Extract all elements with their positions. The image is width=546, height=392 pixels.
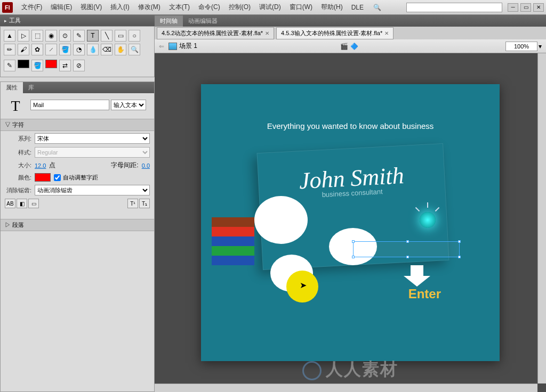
autokern-checkbox[interactable] [54, 174, 61, 181]
menu-modify[interactable]: 修改(M) [134, 1, 165, 13]
timeline-tab[interactable]: 时间轴 [155, 15, 183, 27]
minimize-button[interactable]: ─ [508, 3, 518, 12]
text-type-select[interactable]: 输入文本 [111, 100, 146, 110]
app-icon: Fl [2, 2, 13, 13]
menu-view[interactable]: 视图(V) [76, 1, 106, 13]
menu-file[interactable]: 文件(F) [17, 1, 46, 13]
oval-tool[interactable]: ○ [129, 30, 140, 42]
deco-tool[interactable]: ✿ [31, 44, 43, 55]
antialias-label: 消除锯齿: [5, 186, 31, 194]
document-tab-2[interactable]: 4.5.3输入文本的特殊属性设置-素材.fla* ✕ [276, 27, 394, 39]
instance-name-input[interactable] [30, 100, 109, 110]
size-unit: 点 [49, 161, 55, 170]
close-doc-1[interactable]: ✕ [265, 30, 269, 36]
zoom-dropdown-icon[interactable]: ▾ [539, 43, 542, 50]
edit-symbols-icon[interactable]: 🔷 [350, 43, 358, 50]
stroke-color[interactable] [18, 60, 29, 68]
font-style-select[interactable]: Regular [35, 147, 150, 158]
free-transform-tool[interactable]: ⬚ [31, 30, 43, 42]
tools-panel-header[interactable]: ▸工具 [0, 15, 155, 26]
paragraph-section[interactable]: ▷ 段落 [1, 219, 154, 231]
menu-command[interactable]: 命令(C) [194, 1, 224, 13]
style-label: 样式: [5, 149, 31, 157]
tools-panel: ▲ ▷ ⬚ ◉ ⊙ ✎ T ╲ ▭ ○ ✏ 🖌 ✿ ⟋ 🪣 ◔ 💧 ⌫ ✋ [0, 26, 155, 77]
menubar: Fl 文件(F) 编辑(E) 视图(V) 插入(I) 修改(M) 文本(T) 命… [0, 0, 546, 15]
search-input[interactable] [406, 3, 502, 12]
autokern-label: 自动调整字距 [63, 174, 98, 182]
lightbulb-graphic [414, 207, 441, 233]
swap-colors[interactable]: ⇄ [59, 60, 71, 71]
scene-icon [168, 43, 177, 50]
motion-editor-tab[interactable]: 动画编辑器 [183, 15, 223, 27]
spacing-label: 字母间距: [111, 161, 138, 170]
vertical-scrollbar[interactable] [537, 53, 546, 383]
fill-color-icon[interactable]: 🪣 [31, 60, 43, 71]
paint-bucket-tool[interactable]: 🪣 [59, 44, 71, 55]
color-strip [212, 217, 254, 276]
menu-control[interactable]: 控制(O) [224, 1, 255, 13]
font-size-value[interactable]: 12.0 [35, 162, 46, 169]
watermark: 人人素材 [302, 358, 398, 381]
pen-tool[interactable]: ✎ [73, 30, 85, 42]
eraser-tool[interactable]: ⌫ [101, 44, 113, 55]
menu-edit[interactable]: 编辑(E) [46, 1, 76, 13]
enter-text: Enter [408, 287, 441, 301]
superscript-button[interactable]: T¹ [127, 199, 138, 208]
hand-tool[interactable]: ✋ [115, 44, 126, 55]
antialias-select[interactable]: 动画消除锯齿 [35, 185, 150, 195]
stage[interactable]: Everything you wanted to know about busi… [201, 84, 500, 361]
ink-bottle-tool[interactable]: ◔ [73, 44, 85, 55]
line-tool[interactable]: ╲ [101, 30, 113, 42]
eyedropper-tool[interactable]: 💧 [87, 44, 99, 55]
rectangle-tool[interactable]: ▭ [115, 30, 126, 42]
edit-scene-icon[interactable]: 🎬 [340, 43, 348, 50]
text-tool[interactable]: T [87, 30, 99, 42]
selected-text-field[interactable] [353, 241, 460, 257]
properties-tab[interactable]: 属性 [1, 82, 23, 93]
cursor-icon: ➤ [300, 280, 307, 290]
text-color-swatch[interactable] [35, 173, 51, 182]
menu-help[interactable]: 帮助(H) [317, 1, 347, 13]
brush-tool[interactable]: 🖌 [18, 44, 29, 55]
fill-color[interactable] [45, 60, 57, 68]
font-family-select[interactable]: 宋体 [35, 133, 150, 144]
back-icon[interactable]: ⇐ [159, 43, 164, 50]
maximize-button[interactable]: ▭ [520, 3, 531, 12]
document-tab-1[interactable]: 4.5.2动态文本的特殊属性设置-素材.fla* ✕ [157, 27, 274, 39]
menu-text[interactable]: 文本(T) [165, 1, 194, 13]
scene-label[interactable]: 场景 1 [179, 42, 197, 51]
zoom-input[interactable] [505, 42, 537, 51]
subscript-button[interactable]: T₁ [139, 199, 150, 208]
selection-tool[interactable]: ▲ [4, 30, 15, 42]
menu-window[interactable]: 窗口(W) [285, 1, 317, 13]
menu-dle[interactable]: DLE [347, 2, 368, 13]
stage-subtitle: Everything you wanted to know about busi… [201, 121, 500, 130]
canvas-area[interactable]: Everything you wanted to know about busi… [155, 53, 546, 392]
selectable-button[interactable]: AB [5, 199, 15, 208]
library-tab[interactable]: 库 [23, 82, 39, 93]
family-label: 系列: [5, 135, 31, 143]
3d-rotation-tool[interactable]: ◉ [45, 30, 57, 42]
close-doc-2[interactable]: ✕ [384, 30, 389, 36]
close-button[interactable]: ✕ [533, 3, 544, 12]
menu-insert[interactable]: 插入(I) [106, 1, 133, 13]
subselection-tool[interactable]: ▷ [18, 30, 29, 42]
zoom-tool[interactable]: 🔍 [129, 44, 140, 55]
color-label: 颜色: [5, 174, 31, 182]
blob-2 [254, 196, 308, 244]
bone-tool[interactable]: ⟋ [45, 44, 57, 55]
no-color[interactable]: ⊘ [73, 60, 85, 71]
size-label: 大小: [5, 161, 31, 169]
border-button[interactable]: ▭ [28, 199, 39, 208]
text-type-icon: T [5, 97, 26, 115]
letter-spacing-value[interactable]: 0.0 [142, 162, 150, 169]
html-button[interactable]: ◧ [17, 199, 27, 208]
horizontal-scrollbar[interactable] [155, 383, 537, 392]
character-section[interactable]: ▽ 字符 [1, 119, 154, 131]
arrow-down-graphic [404, 265, 430, 287]
stroke-color-icon[interactable]: ✎ [4, 60, 15, 71]
pencil-tool[interactable]: ✏ [4, 44, 15, 55]
menu-debug[interactable]: 调试(D) [255, 1, 285, 13]
lasso-tool[interactable]: ⊙ [59, 30, 71, 42]
